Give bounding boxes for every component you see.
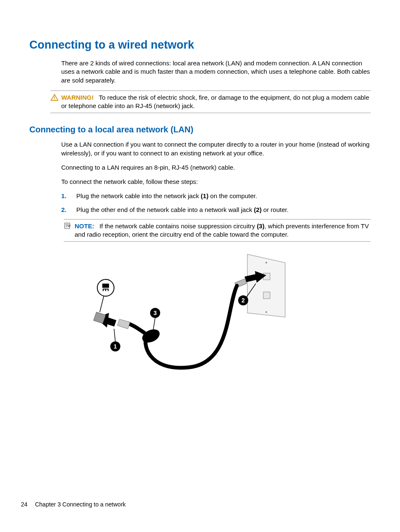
ferrite-icon bbox=[140, 327, 162, 345]
svg-line-22 bbox=[153, 318, 155, 331]
page-footer: 24 Chapter 3 Connecting to a network bbox=[21, 501, 126, 508]
step-1: 1. Plug the network cable into the netwo… bbox=[61, 192, 371, 200]
callout-3: 3 bbox=[150, 308, 160, 331]
step-2: 2. Plug the other end of the network cab… bbox=[61, 206, 371, 214]
note-label: NOTE: bbox=[75, 222, 94, 230]
warning-icon bbox=[50, 93, 61, 104]
page-title: Connecting to a wired network bbox=[29, 39, 371, 52]
note-icon bbox=[64, 222, 75, 231]
step-ref: (2) bbox=[254, 206, 262, 213]
step-text: or router. bbox=[262, 206, 288, 213]
wall-plate-icon bbox=[247, 254, 285, 317]
page-number: 24 bbox=[21, 501, 28, 508]
intro-paragraph: There are 2 kinds of wired connections: … bbox=[61, 59, 371, 85]
step-number: 1. bbox=[61, 192, 76, 200]
step-ref: (1) bbox=[201, 192, 208, 199]
cable-icon bbox=[145, 286, 237, 368]
network-port-symbol-icon bbox=[97, 279, 114, 296]
svg-line-19 bbox=[114, 329, 115, 341]
svg-rect-9 bbox=[263, 292, 270, 299]
steps-list: 1. Plug the network cable into the netwo… bbox=[61, 192, 371, 214]
warning-label: WARNING! bbox=[61, 94, 94, 101]
svg-text:3: 3 bbox=[153, 310, 157, 316]
step-text: Plug the other end of the network cable … bbox=[76, 206, 254, 213]
lan-intro: Use a LAN connection if you want to conn… bbox=[61, 140, 371, 158]
lan-requirement: Connecting to a LAN requires an 8-pin, R… bbox=[61, 163, 371, 172]
warning-callout: WARNING! To reduce the risk of electric … bbox=[50, 90, 371, 114]
step-text: Plug the network cable into the network … bbox=[76, 192, 201, 199]
note-ref: (3) bbox=[257, 222, 264, 230]
section-heading: Connecting to a local area network (LAN) bbox=[29, 125, 371, 134]
connection-diagram: 1 3 2 bbox=[80, 250, 298, 384]
svg-text:1: 1 bbox=[114, 343, 117, 350]
svg-point-1 bbox=[54, 99, 55, 100]
step-number: 2. bbox=[61, 206, 76, 214]
svg-point-7 bbox=[265, 311, 267, 313]
warning-text: To reduce the risk of electric shock, fi… bbox=[61, 94, 369, 109]
svg-rect-12 bbox=[102, 284, 109, 288]
note-callout: NOTE: If the network cable contains nois… bbox=[64, 219, 371, 242]
chapter-label: Chapter 3 Connecting to a network bbox=[35, 501, 125, 508]
rj45-plug-icon bbox=[117, 319, 130, 329]
lan-steps-lead: To connect the network cable, follow the… bbox=[61, 178, 371, 186]
step-text: on the computer. bbox=[208, 192, 257, 199]
callout-1: 1 bbox=[110, 329, 120, 351]
note-text: If the network cable contains noise supp… bbox=[99, 222, 257, 230]
svg-point-6 bbox=[265, 262, 267, 263]
svg-text:2: 2 bbox=[242, 297, 245, 304]
